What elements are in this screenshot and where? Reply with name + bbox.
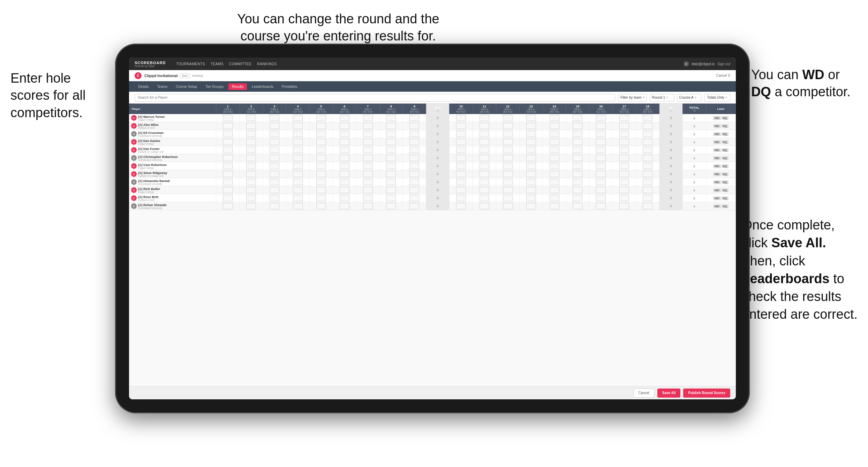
score-input[interactable] bbox=[480, 155, 489, 161]
dq-button[interactable]: DQ bbox=[722, 164, 729, 168]
wd-button[interactable]: WD bbox=[713, 116, 720, 120]
score-input-cell[interactable] bbox=[473, 194, 496, 202]
score-input[interactable] bbox=[480, 195, 489, 201]
score-input-cell[interactable] bbox=[263, 130, 286, 138]
score-input[interactable] bbox=[340, 123, 349, 129]
score-input[interactable] bbox=[386, 139, 396, 145]
score-input[interactable] bbox=[619, 195, 629, 201]
score-input-cell[interactable] bbox=[263, 194, 286, 202]
tab-leaderboards[interactable]: Leaderboards bbox=[248, 83, 277, 90]
score-input-cell[interactable] bbox=[613, 130, 636, 138]
score-input[interactable] bbox=[550, 155, 559, 161]
score-input-cell[interactable] bbox=[309, 130, 333, 138]
score-input[interactable] bbox=[316, 139, 326, 145]
score-input[interactable] bbox=[340, 171, 349, 177]
score-input-cell[interactable] bbox=[286, 122, 310, 130]
nav-tournaments[interactable]: TOURNAMENTS bbox=[176, 62, 205, 66]
score-input[interactable] bbox=[363, 155, 373, 161]
score-input-cell[interactable] bbox=[240, 186, 263, 194]
score-input[interactable] bbox=[619, 163, 629, 169]
score-input-cell[interactable] bbox=[589, 114, 613, 122]
score-input-cell[interactable] bbox=[450, 154, 473, 162]
score-input[interactable] bbox=[409, 163, 419, 169]
score-input-cell[interactable] bbox=[496, 186, 519, 194]
score-input-cell[interactable] bbox=[240, 138, 263, 146]
score-input-cell[interactable] bbox=[613, 194, 636, 202]
score-input[interactable] bbox=[246, 163, 256, 169]
score-input[interactable] bbox=[293, 139, 303, 145]
score-input[interactable] bbox=[550, 139, 559, 145]
score-input-cell[interactable] bbox=[286, 170, 310, 178]
dq-button[interactable]: DQ bbox=[722, 140, 729, 144]
score-input[interactable] bbox=[340, 131, 349, 137]
score-input[interactable] bbox=[223, 131, 233, 137]
nav-committee[interactable]: COMMITTEE bbox=[229, 62, 252, 66]
score-input-cell[interactable] bbox=[216, 154, 240, 162]
score-input[interactable] bbox=[596, 163, 606, 169]
score-input-cell[interactable] bbox=[473, 146, 496, 154]
score-input-cell[interactable] bbox=[543, 154, 566, 162]
score-input-cell[interactable] bbox=[356, 170, 379, 178]
score-input-cell[interactable] bbox=[333, 194, 356, 202]
score-input-cell[interactable] bbox=[566, 162, 589, 170]
score-input-cell[interactable] bbox=[519, 202, 543, 210]
score-input[interactable] bbox=[293, 179, 303, 185]
score-input[interactable] bbox=[316, 131, 326, 137]
score-input[interactable] bbox=[573, 115, 582, 121]
score-input-cell[interactable] bbox=[473, 154, 496, 162]
wd-button[interactable]: WD bbox=[713, 140, 720, 144]
dq-button[interactable]: DQ bbox=[722, 188, 729, 192]
score-input[interactable] bbox=[596, 123, 606, 129]
score-input-cell[interactable] bbox=[286, 202, 310, 210]
score-input[interactable] bbox=[573, 179, 582, 185]
score-input[interactable] bbox=[573, 147, 582, 153]
score-input[interactable] bbox=[293, 147, 303, 153]
wd-button[interactable]: WD bbox=[713, 196, 720, 200]
score-input[interactable] bbox=[480, 131, 489, 137]
score-input-cell[interactable] bbox=[356, 138, 379, 146]
score-input[interactable] bbox=[619, 131, 629, 137]
score-input[interactable] bbox=[340, 155, 349, 161]
wd-button[interactable]: WD bbox=[713, 124, 720, 128]
score-input-cell[interactable] bbox=[216, 130, 240, 138]
score-input[interactable] bbox=[316, 171, 326, 177]
score-input-cell[interactable] bbox=[496, 170, 519, 178]
score-input[interactable] bbox=[573, 123, 582, 129]
score-input-cell[interactable] bbox=[403, 130, 426, 138]
score-input[interactable] bbox=[643, 203, 652, 209]
score-input[interactable] bbox=[270, 179, 279, 185]
score-input-cell[interactable] bbox=[566, 138, 589, 146]
score-input[interactable] bbox=[480, 123, 489, 129]
score-input[interactable] bbox=[293, 131, 303, 137]
score-input-cell[interactable] bbox=[240, 146, 263, 154]
score-input[interactable] bbox=[246, 155, 256, 161]
wd-button[interactable]: WD bbox=[713, 204, 720, 208]
score-input[interactable] bbox=[246, 115, 256, 121]
score-input-cell[interactable] bbox=[496, 114, 519, 122]
score-input[interactable] bbox=[480, 179, 489, 185]
score-input[interactable] bbox=[409, 171, 419, 177]
score-input[interactable] bbox=[480, 115, 489, 121]
dq-button[interactable]: DQ bbox=[722, 156, 729, 160]
score-input-cell[interactable] bbox=[356, 162, 379, 170]
score-input[interactable] bbox=[526, 131, 536, 137]
score-input[interactable] bbox=[270, 195, 279, 201]
score-input[interactable] bbox=[270, 171, 279, 177]
score-input[interactable] bbox=[503, 163, 513, 169]
score-input-cell[interactable] bbox=[263, 154, 286, 162]
score-input-cell[interactable] bbox=[473, 162, 496, 170]
score-input-cell[interactable] bbox=[636, 146, 659, 154]
score-input[interactable] bbox=[503, 139, 513, 145]
score-input-cell[interactable] bbox=[263, 138, 286, 146]
score-input[interactable] bbox=[596, 131, 606, 137]
score-input-cell[interactable] bbox=[589, 122, 613, 130]
score-input[interactable] bbox=[480, 187, 489, 193]
score-input-cell[interactable] bbox=[589, 162, 613, 170]
score-input-cell[interactable] bbox=[450, 162, 473, 170]
wd-button[interactable]: WD bbox=[713, 188, 720, 192]
score-input[interactable] bbox=[409, 203, 419, 209]
score-input-cell[interactable] bbox=[519, 178, 543, 186]
totals-only-toggle[interactable]: Totals Only ▾ bbox=[704, 94, 730, 101]
score-input[interactable] bbox=[596, 115, 606, 121]
score-input-cell[interactable] bbox=[263, 146, 286, 154]
